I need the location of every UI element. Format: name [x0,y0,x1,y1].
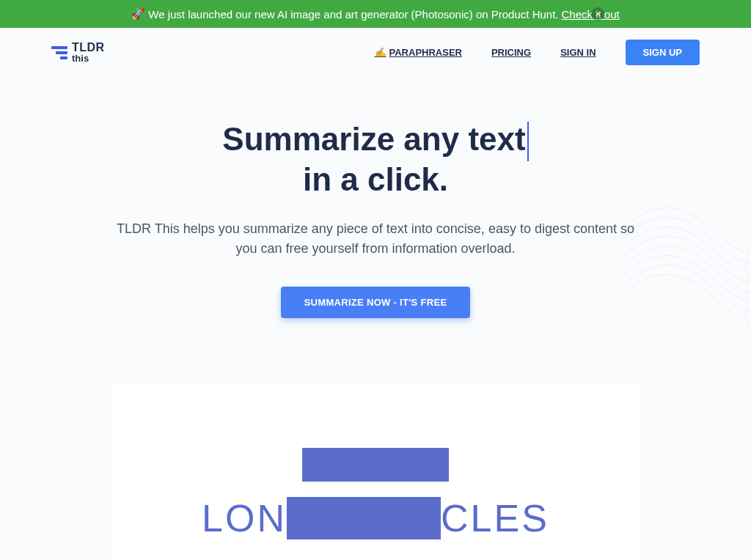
wave-decoration [619,165,751,355]
writing-hand-icon: ✍️ [375,47,387,58]
signup-button[interactable]: SIGN UP [626,40,700,65]
logo-text-tldr: TLDR [72,42,105,54]
hero-subtitle: TLDR This helps you summarize any piece … [111,219,640,259]
nav-pricing[interactable]: PRICING [491,47,531,58]
close-icon[interactable]: ✕ [591,7,604,21]
rocket-icon: 🚀 [131,7,145,21]
logo-text-this: this [72,54,105,63]
logo-icon [51,46,67,59]
hero-title: Summarize any text in a click. [222,121,528,199]
demo-panel: LON CLES [111,384,640,560]
header: TLDR this ✍️ PARAPHRASER PRICING SIGN IN… [0,28,751,77]
announcement-bar: 🚀 We just launched our new AI image and … [0,0,751,28]
summarize-now-button[interactable]: SUMMARIZE NOW - IT'S FREE [281,287,471,318]
demo-highlight-block [302,448,449,482]
logo[interactable]: TLDR this [51,42,105,63]
nav-signin[interactable]: SIGN IN [560,47,596,58]
typing-cursor [527,122,529,161]
demo-text-left: LON [202,496,287,540]
announcement-text: We just launched our new AI image and ar… [148,8,558,21]
hero-section: Summarize any text in a click. TLDR This… [0,77,751,340]
demo-text-right: CLES [441,496,549,540]
demo-highlight-block-2 [287,497,441,539]
nav-paraphraser[interactable]: ✍️ PARAPHRASER [375,47,462,58]
nav: ✍️ PARAPHRASER PRICING SIGN IN SIGN UP [375,40,700,65]
